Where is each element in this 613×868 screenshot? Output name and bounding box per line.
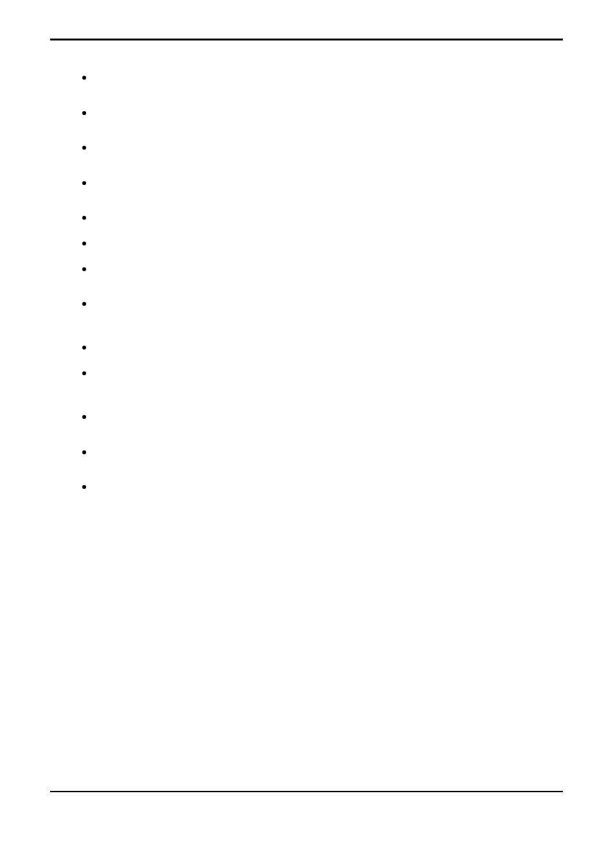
bottom-horizontal-rule — [50, 791, 563, 792]
bullet-item — [82, 450, 86, 454]
bullet-item — [82, 302, 86, 306]
bullet-item — [82, 371, 86, 375]
bullet-item — [82, 267, 86, 271]
page-container — [0, 0, 613, 868]
bullet-item — [82, 111, 86, 115]
top-horizontal-rule — [50, 39, 563, 40]
bullet-item — [82, 485, 86, 489]
bullet-item — [82, 181, 86, 185]
bullet-item — [82, 415, 86, 419]
bullet-item — [82, 242, 86, 245]
bullet-item — [82, 76, 86, 80]
bullet-item — [82, 146, 86, 150]
bullet-item — [82, 346, 86, 350]
bullet-item — [82, 216, 86, 220]
